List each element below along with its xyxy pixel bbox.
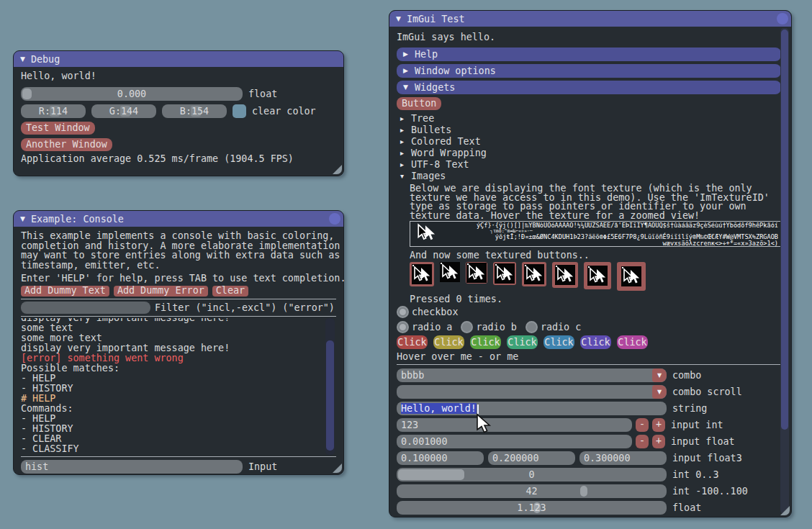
float-slider[interactable]: 0.000 [21, 87, 243, 101]
window-title: ImGui Test [407, 14, 465, 24]
radio-button[interactable]: radio a [397, 321, 452, 333]
log-line: - CLEAR [21, 434, 323, 444]
filter-input[interactable] [21, 302, 150, 314]
int-slider-2[interactable]: 42 [397, 484, 667, 498]
tree-node[interactable]: ▸ Colored Text [397, 135, 781, 147]
tree-arrow-icon: ▸ [400, 137, 406, 146]
click-button[interactable]: Click [507, 335, 538, 349]
font-texture-image[interactable]: ýÇf}·{ÿj()[]|‰ÝBÑòÙÖóÃÂÀÄÒ!½¼ÙÚŽŠÅÉÊ/å'È… [410, 221, 781, 247]
click-button[interactable]: Click [397, 335, 428, 349]
int-input-label: input int [671, 420, 723, 430]
click-button[interactable]: Click [580, 335, 611, 349]
float-slider-label: float [248, 89, 277, 99]
clear-color-checkbox[interactable] [233, 104, 246, 118]
color-drag-field[interactable]: R:114 [21, 104, 86, 118]
checkbox-widget[interactable]: checkbox [397, 306, 781, 318]
combo-scroll-select[interactable]: ▼ [397, 385, 667, 399]
combo-select[interactable]: bbbb ▼ [397, 369, 667, 382]
greeting-text: Hello, world! [21, 71, 336, 81]
images-description: Below we are displaying the font texture… [410, 184, 781, 220]
console-action-button[interactable]: Add Dummy Text [21, 286, 109, 297]
cursor-texture-icon [412, 264, 432, 284]
collapsing-header[interactable]: ▶ Window options [397, 64, 781, 78]
click-button[interactable]: Click [543, 335, 574, 349]
combo-arrow-button[interactable]: ▼ [652, 385, 667, 399]
combo-value: bbbb [397, 371, 424, 380]
int-slider[interactable]: 0 [397, 468, 667, 481]
console-titlebar[interactable]: ▼ Example: Console [14, 211, 343, 227]
command-input[interactable]: hist [21, 460, 243, 474]
image-button[interactable] [522, 262, 546, 286]
increment-button[interactable]: + [652, 418, 665, 432]
console-log-region[interactable]: display very important message here!some… [21, 318, 336, 455]
click-button[interactable]: Click [433, 335, 464, 349]
image-button[interactable] [584, 262, 611, 289]
color-drag-field[interactable]: B:154 [162, 104, 227, 118]
image-button[interactable] [440, 262, 460, 282]
collapsing-header[interactable]: ▶ Help [397, 48, 781, 61]
radio-button[interactable]: radio b [461, 321, 516, 333]
command-input-row: hist Input [21, 460, 336, 474]
test-window-button[interactable]: Test Window [21, 122, 95, 135]
another-window-button[interactable]: Another Window [21, 138, 112, 151]
test-titlebar[interactable]: ▼ ImGui Test [389, 11, 791, 27]
collapse-arrow-icon[interactable]: ▼ [20, 214, 25, 224]
tree-node[interactable]: ▸ Word Wrapping [397, 147, 781, 158]
images-description-line: texture data. Hover the texture for a zo… [410, 211, 781, 220]
debug-titlebar[interactable]: ▼ Debug [14, 51, 343, 67]
console-buttons-row: Add Dummy TextAdd Dummy ErrorClear [21, 286, 336, 297]
tree-node[interactable]: ▸ Bullets [397, 124, 781, 135]
radio-button[interactable]: radio c [525, 321, 581, 333]
tree-node[interactable]: ▸ UTF-8 Text [397, 158, 781, 170]
log-scrollbar[interactable] [325, 318, 335, 455]
radio-group: radio a radio b radio c [397, 321, 781, 333]
font-texture-glyphs: ýÇf}·{ÿj()[]|‰ÝBÑòÙÖóÃÂÀÄÒ!½¼ÙÚŽŠÅÉÊ/å'È… [440, 222, 778, 247]
decrement-button[interactable]: - [636, 418, 649, 432]
log-line: # HELP [21, 394, 323, 404]
header-label: Window options [415, 66, 496, 76]
image-button[interactable] [617, 262, 646, 291]
scrollbar-thumb[interactable] [781, 30, 788, 430]
window-scrollbar[interactable] [780, 28, 789, 514]
tree-node-label: Bullets [411, 125, 451, 135]
image-button[interactable] [493, 262, 516, 285]
collapse-arrow-icon[interactable]: ▼ [20, 55, 25, 64]
tree-node[interactable]: ▸ Tree [397, 112, 781, 124]
tree-node[interactable]: ▾ Images [397, 170, 781, 181]
string-input-label: string [672, 404, 707, 413]
collapse-arrow-icon[interactable]: ▼ [396, 14, 401, 24]
collapsing-header[interactable]: ▼ Widgets [397, 81, 781, 94]
console-action-button[interactable]: Add Dummy Error [114, 286, 208, 297]
int-input[interactable]: 123 [397, 418, 632, 432]
image-button[interactable] [410, 262, 434, 286]
pressed-count-text: Pressed 0 times. [410, 294, 781, 304]
images-description-line: Below we are displaying the font texture… [410, 184, 781, 193]
combo-arrow-button[interactable]: ▼ [652, 369, 667, 382]
float3-input-z[interactable]: 0.300000 [579, 451, 667, 465]
image-button[interactable] [552, 262, 578, 288]
close-button[interactable] [329, 213, 340, 225]
scrollbar-thumb[interactable] [326, 340, 334, 451]
close-button[interactable] [777, 13, 788, 24]
float-input[interactable]: 0.001000 [397, 435, 632, 448]
float3-input-x[interactable]: 0.100000 [397, 451, 484, 465]
combo-scroll-label: combo scroll [672, 387, 742, 397]
separator [21, 299, 336, 299]
textured-buttons-text: And now some textured buttons.. [410, 250, 781, 260]
float3-input-y[interactable]: 0.200000 [488, 451, 575, 465]
string-input[interactable]: Hello, world! [397, 402, 667, 415]
click-button[interactable]: Click [617, 335, 648, 349]
color-drag-field[interactable]: G:144 [91, 104, 156, 118]
console-action-button[interactable]: Clear [212, 286, 248, 297]
button-widget[interactable]: Button [397, 97, 441, 110]
cursor-texture-icon [466, 263, 487, 283]
decrement-button[interactable]: - [636, 435, 649, 448]
float-slider[interactable]: 1.123 [397, 501, 667, 515]
float-slider-row: 0.000 float [21, 87, 336, 101]
increment-button[interactable]: + [652, 435, 665, 448]
tree-arrow-icon: ▾ [400, 171, 406, 181]
separator [21, 316, 336, 317]
image-button[interactable] [466, 262, 487, 284]
chevron-down-icon: ▼ [657, 387, 662, 397]
click-button[interactable]: Click [470, 335, 501, 349]
